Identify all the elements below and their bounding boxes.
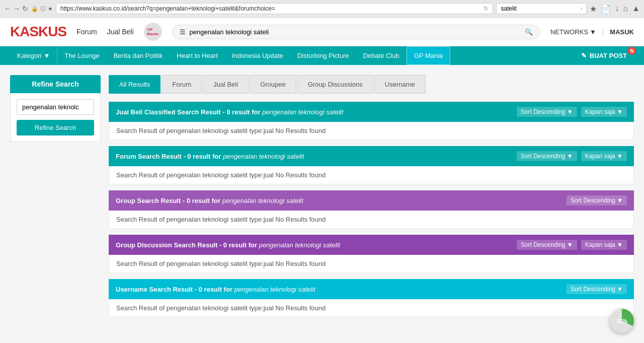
site-search-input[interactable] (190, 28, 521, 36)
group-discussion-sort-dropdown[interactable]: Sort Descending ▼ (517, 240, 577, 250)
chevron-down-icon: ▼ (590, 28, 596, 36)
refresh-icon[interactable]: ↻ (484, 5, 489, 12)
disturbing-picture-link[interactable]: Disturbing Picture (290, 47, 356, 64)
browser-search-bar[interactable]: › (496, 3, 587, 14)
username-controls: Sort Descending ▼ (567, 284, 627, 294)
info-icon: ⓘ (40, 5, 46, 13)
the-lounge-link[interactable]: The Lounge (57, 47, 106, 64)
group-discussion-result-title: Group Discussion Search Result - 0 resul… (116, 241, 340, 249)
sidebar: Refine Search Refine Search (10, 75, 101, 323)
buat-post-button[interactable]: ✎ BUAT POST N (574, 49, 634, 62)
username-result-header: Username Search Result - 0 result for pe… (109, 279, 634, 299)
url-text: https://www.kaskus.co.id/search?q=pengen… (60, 5, 481, 12)
kaskus-logo[interactable]: KASKUS (10, 24, 66, 40)
tab-jual-beli[interactable]: Jual Beli (203, 75, 249, 94)
forum-link[interactable]: Forum (76, 28, 97, 36)
kategori-dropdown[interactable]: Kategori ▼ (10, 47, 57, 64)
browser-search-input[interactable] (501, 5, 578, 12)
edit-icon: ✎ (581, 52, 587, 59)
navigation-bar: Kategori ▼ The Lounge Berita dan Politik… (0, 46, 644, 65)
jual-beli-result-body: Search Result of pengenalan teknologi sa… (109, 122, 634, 140)
browser-security-icons: 🔒 ⓘ ★ (31, 5, 53, 13)
star-icon: ★ (48, 6, 53, 12)
browser-action-icons: ★ 📄 ↓ ⌂ ▲ (590, 4, 640, 14)
hamburger-icon: ☰ (180, 28, 186, 36)
tab-all-results[interactable]: All Results (109, 75, 160, 94)
tab-group-discussions[interactable]: Group Discussions (297, 75, 373, 94)
gp-mania-link[interactable]: GP Mania (407, 46, 451, 65)
jual-beli-result-title: Jual Beli Classified Search Result - 0 r… (116, 108, 343, 116)
group-result-body: Search Result of pengenalan teknologi sa… (109, 211, 634, 229)
jual-beli-controls: Sort Descending ▼ Kapan saja ▼ (517, 107, 627, 117)
reload-icon[interactable]: ↻ (22, 5, 28, 13)
group-discussion-result-body: Search Result of pengenalan teknologi sa… (109, 255, 634, 273)
browser-navigation-icons: ← → ↻ (4, 5, 28, 13)
forum-kapan-dropdown[interactable]: Kapan saja ▼ (581, 151, 627, 161)
group-discussion-controls: Sort Descending ▼ Kapan saja ▼ (517, 240, 627, 250)
forum-result-title: Forum Search Result - 0 result for penge… (116, 153, 304, 160)
browser-chrome: ← → ↻ 🔒 ⓘ ★ https://www.kaskus.co.id/sea… (0, 0, 644, 18)
lock-icon: 🔒 (31, 6, 38, 12)
sidebar-content: Refine Search (10, 93, 101, 142)
group-sort-dropdown[interactable]: Sort Descending ▼ (567, 195, 627, 205)
group-result-header: Group Search Result - 0 result for penge… (109, 190, 634, 211)
speed-dial-percentage: 32% (616, 318, 627, 324)
username-sort-dropdown[interactable]: Sort Descending ▼ (567, 284, 627, 294)
results-area: All Results Forum Jual Beli Groupee Grou… (109, 75, 634, 323)
refine-search-button[interactable]: Refine Search (17, 120, 94, 135)
tab-username[interactable]: Username (374, 75, 426, 94)
heart-to-heart-link[interactable]: Heart to Heart (170, 47, 225, 64)
tab-groupee[interactable]: Groupee (250, 75, 296, 94)
forum-result-header: Forum Search Result - 0 result for penge… (109, 146, 634, 166)
nav-right: ✎ BUAT POST N (574, 49, 634, 62)
notification-badge: N (628, 47, 636, 55)
back-icon[interactable]: ← (4, 5, 11, 13)
group-result-title: Group Search Result - 0 result for penge… (116, 197, 303, 204)
speed-dial[interactable]: 32% (610, 309, 634, 333)
forum-sort-dropdown[interactable]: Sort Descending ▼ (517, 151, 577, 161)
header-right: NETWORKS ▼ | MASUK (550, 28, 634, 36)
group-controls: Sort Descending ▼ (567, 195, 627, 205)
forum-result-section: Forum Search Result - 0 result for penge… (109, 146, 634, 184)
tab-forum[interactable]: Forum (162, 75, 202, 94)
group-result-section: Group Search Result - 0 result for penge… (109, 190, 634, 229)
refine-search-header: Refine Search (10, 75, 101, 93)
site-header: KASKUS Forum Jual Beli GPMania ☰ 🔍 NETWO… (0, 18, 644, 46)
chevron-down-icon: ▼ (43, 52, 50, 59)
group-discussion-kapan-dropdown[interactable]: Kapan saja ▼ (581, 240, 627, 250)
site-search-box[interactable]: ☰ 🔍 (172, 25, 540, 39)
main-content: Refine Search Refine Search All Results … (0, 65, 644, 333)
sort-descending-dropdown[interactable]: Sort Descending ▼ (517, 107, 577, 117)
address-bar[interactable]: https://www.kaskus.co.id/search?q=pengen… (56, 3, 493, 14)
sidebar-search-input[interactable] (17, 99, 94, 115)
kapan-saja-dropdown[interactable]: Kapan saja ▼ (581, 107, 627, 117)
forum-result-body: Search Result of pengenalan teknologi sa… (109, 166, 634, 184)
group-discussion-result-section: Group Discussion Search Result - 0 resul… (109, 235, 634, 273)
gp-mania-badge[interactable]: GPMania (144, 23, 162, 41)
kategori-label: Kategori (17, 52, 41, 59)
username-result-title: Username Search Result - 0 result for pe… (116, 286, 315, 293)
forum-controls: Sort Descending ▼ Kapan saja ▼ (517, 151, 627, 161)
bookmark-icon[interactable]: ★ (590, 4, 597, 14)
username-result-section: Username Search Result - 0 result for pe… (109, 279, 634, 317)
download-icon[interactable]: ↓ (615, 4, 619, 13)
search-tabs: All Results Forum Jual Beli Groupee Grou… (109, 75, 634, 94)
history-icon[interactable]: 📄 (601, 4, 611, 14)
jual-beli-result-header: Jual Beli Classified Search Result - 0 r… (109, 102, 634, 122)
shield-icon[interactable]: ▲ (632, 4, 640, 13)
home-icon[interactable]: ⌂ (623, 4, 628, 13)
debate-club-link[interactable]: Debate Club (356, 47, 406, 64)
header-nav: Forum Jual Beli (76, 28, 133, 36)
group-discussion-result-header: Group Discussion Search Result - 0 resul… (109, 235, 634, 255)
username-result-body: Search Result of pengenalan teknologi sa… (109, 299, 634, 317)
masuk-button[interactable]: MASUK (610, 28, 634, 36)
networks-button[interactable]: NETWORKS ▼ (550, 28, 596, 36)
search-icon[interactable]: 🔍 (525, 28, 533, 36)
jual-beli-result-section: Jual Beli Classified Search Result - 0 r… (109, 102, 634, 140)
indonesia-update-link[interactable]: Indonesia Update (225, 47, 290, 64)
search-arrow-icon: › (580, 5, 582, 12)
berita-dan-politik-link[interactable]: Berita dan Politik (107, 47, 170, 64)
jual-beli-link[interactable]: Jual Beli (107, 28, 134, 36)
forward-icon[interactable]: → (13, 5, 20, 13)
